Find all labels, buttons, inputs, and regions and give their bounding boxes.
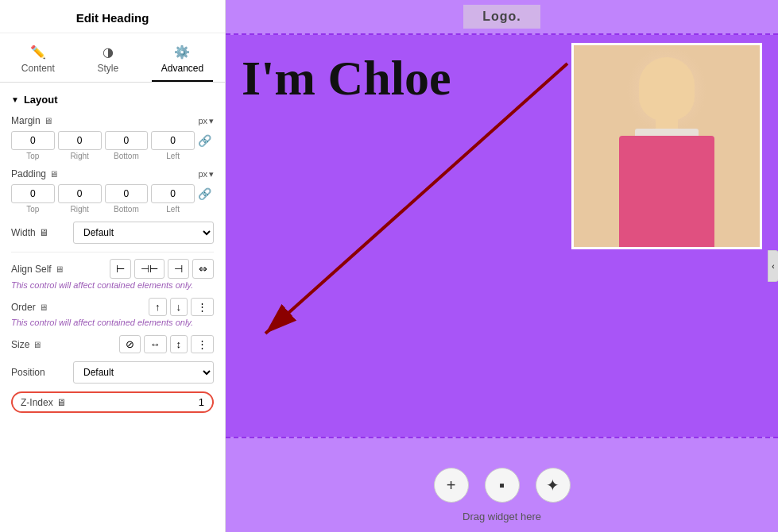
person-jacket — [619, 136, 714, 247]
width-monitor-icon: 🖥 — [39, 227, 48, 238]
position-select[interactable]: Default Absolute Fixed — [73, 361, 214, 384]
canvas-header: Logo. — [226, 0, 778, 35]
align-right-button[interactable]: ⊣ — [168, 259, 189, 279]
align-center-button[interactable]: ⊣⊢ — [134, 259, 165, 279]
sparkle-widget-button[interactable]: ✦ — [536, 468, 571, 503]
order-custom-button[interactable]: ⋮ — [191, 298, 214, 316]
zindex-input[interactable] — [165, 396, 204, 408]
canvas-bottom: + ▪ ✦ Drag widget here — [226, 437, 778, 532]
size-row: Size 🖥 ⊘ ↔ ↕ ⋮ — [11, 335, 214, 353]
logo: Logo. — [463, 5, 540, 29]
position-row: Position Default Absolute Fixed — [11, 361, 214, 384]
size-buttons: ⊘ ↔ ↕ ⋮ — [119, 335, 215, 353]
position-label: Position — [11, 367, 67, 378]
size-none-button[interactable]: ⊘ — [119, 335, 141, 353]
margin-monitor-icon: 🖥 — [44, 116, 52, 125]
order-buttons: ↑ ↓ ⋮ — [149, 298, 214, 316]
canvas-photo — [571, 43, 762, 249]
align-stretch-button[interactable]: ⇔ — [192, 259, 214, 279]
size-more-button[interactable]: ⋮ — [191, 335, 214, 353]
padding-sublabels: Top Right Bottom Left — [11, 205, 214, 214]
width-row: Width 🖥 Default Custom Full Width — [11, 222, 214, 244]
margin-sublabels: Top Right Bottom Left — [11, 152, 214, 160]
margin-right-input[interactable] — [58, 131, 102, 150]
padding-monitor-icon: 🖥 — [49, 169, 58, 179]
zindex-monitor-icon: 🖥 — [56, 397, 66, 408]
content-icon: ✏️ — [30, 44, 46, 60]
margin-link-icon[interactable]: 🔗 — [198, 134, 214, 147]
width-select[interactable]: Default Custom Full Width — [73, 222, 214, 244]
margin-bottom-input[interactable] — [105, 131, 149, 150]
align-buttons: ⊢ ⊣⊢ ⊣ ⇔ — [110, 259, 214, 279]
size-width-button[interactable]: ↔ — [144, 335, 167, 353]
order-up-button[interactable]: ↑ — [149, 298, 167, 316]
padding-right-input[interactable] — [58, 184, 102, 203]
order-label: Order 🖥 — [11, 302, 67, 313]
canvas: Logo. I'm Chloe + ▪ ✦ Drag widget here — [226, 0, 778, 532]
layout-section: ▼ Layout — [11, 94, 214, 106]
size-height-button[interactable]: ↕ — [170, 335, 188, 353]
size-monitor-icon: 🖥 — [33, 340, 41, 349]
canvas-heading: I'm Chloe — [242, 43, 555, 249]
padding-unit[interactable]: px ▾ — [198, 169, 214, 179]
canvas-main: I'm Chloe — [226, 35, 778, 257]
folder-widget-button[interactable]: ▪ — [485, 468, 520, 503]
person-image — [574, 45, 760, 247]
padding-bottom-input[interactable] — [105, 184, 149, 203]
order-row: Order 🖥 ↑ ↓ ⋮ — [11, 298, 214, 316]
align-hint: This control will affect contained eleme… — [11, 280, 214, 290]
align-self-row: Align Self 🖥 ⊢ ⊣⊢ ⊣ ⇔ — [11, 259, 214, 279]
zindex-row: Z-Index 🖥 — [11, 391, 214, 413]
order-monitor-icon: 🖥 — [39, 303, 48, 312]
margin-unit[interactable]: px ▾ — [198, 116, 214, 126]
order-down-button[interactable]: ↓ — [170, 298, 188, 316]
align-left-button[interactable]: ⊢ — [110, 259, 131, 279]
padding-link-icon[interactable]: 🔗 — [198, 187, 214, 200]
padding-left-input[interactable] — [151, 184, 195, 203]
drag-widget-label: Drag widget here — [463, 511, 541, 522]
size-label: Size 🖥 — [11, 339, 67, 350]
margin-inputs: 🔗 — [11, 131, 214, 150]
padding-top-input[interactable] — [11, 184, 55, 203]
left-panel: Edit Heading ✏️ Content ◑ Style ⚙️ Advan… — [0, 0, 226, 532]
tab-advanced[interactable]: ⚙️ Advanced — [152, 40, 213, 82]
tab-style[interactable]: ◑ Style — [87, 40, 128, 82]
zindex-label: Z-Index 🖥 — [21, 397, 66, 408]
margin-label: Margin 🖥 — [11, 115, 67, 126]
padding-inputs: 🔗 — [11, 184, 214, 203]
tab-content[interactable]: ✏️ Content — [12, 40, 64, 82]
style-icon: ◑ — [103, 44, 114, 60]
margin-row: Margin 🖥 px ▾ — [11, 115, 214, 126]
align-monitor-icon: 🖥 — [55, 264, 64, 274]
advanced-icon: ⚙️ — [174, 44, 190, 60]
panel-title: Edit Heading — [0, 0, 225, 33]
section-arrow: ▼ — [11, 95, 19, 104]
align-self-label: Align Self 🖥 — [11, 264, 67, 275]
margin-left-input[interactable] — [151, 131, 195, 150]
person-head — [639, 57, 695, 121]
add-widget-button[interactable]: + — [434, 468, 469, 503]
padding-label: Padding 🖥 — [11, 168, 67, 179]
order-hint: This control will affect contained eleme… — [11, 318, 214, 327]
tab-bar: ✏️ Content ◑ Style ⚙️ Advanced — [0, 33, 225, 83]
width-label: Width 🖥 — [11, 227, 67, 238]
margin-top-input[interactable] — [11, 131, 55, 150]
padding-row: Padding 🖥 px ▾ — [11, 168, 214, 179]
panel-body: ▼ Layout Margin 🖥 px ▾ 🔗 Top Right Botto… — [0, 83, 225, 532]
